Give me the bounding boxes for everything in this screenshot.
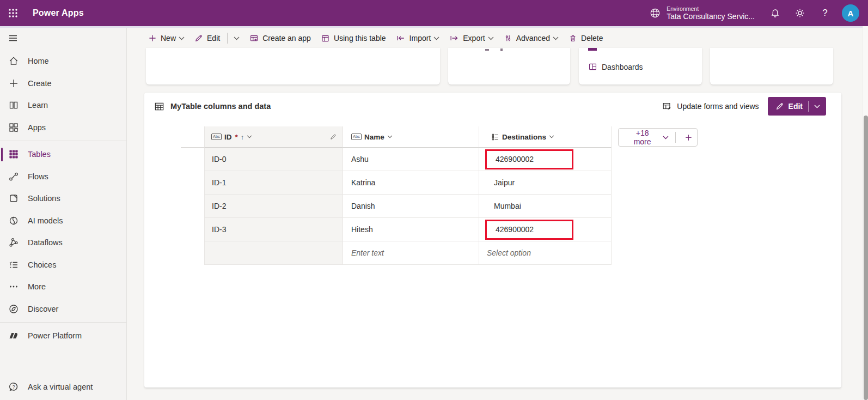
sidebar-item-more[interactable]: More: [0, 276, 126, 298]
column-label: Name: [364, 133, 384, 141]
chevron-down-icon: [433, 37, 439, 40]
globe-icon: [649, 7, 661, 19]
cell-destination[interactable]: 426900002: [479, 148, 612, 171]
sidebar-item-label: Create: [28, 79, 52, 88]
sidebar-item-choices[interactable]: Choices: [0, 254, 126, 276]
book-icon: [8, 100, 19, 111]
entry-destination-placeholder[interactable]: Select option: [479, 241, 612, 265]
sidebar-item-tables[interactable]: Tables: [0, 143, 126, 166]
dataflows-icon: [8, 237, 19, 248]
new-button[interactable]: New: [143, 30, 190, 46]
cell-id[interactable]: ID-1: [204, 171, 343, 195]
cell-name[interactable]: Ashu: [343, 148, 479, 171]
import-button[interactable]: Import: [391, 30, 445, 46]
notifications-button[interactable]: [762, 0, 787, 26]
cell-id[interactable]: ID-0: [204, 148, 343, 171]
sidebar-item-discover[interactable]: Discover: [0, 298, 126, 320]
cell-id[interactable]: ID-2: [204, 195, 343, 218]
choice-type-icon: [491, 133, 499, 141]
cell-id[interactable]: ID-3: [204, 218, 343, 241]
export-label: Export: [463, 34, 485, 43]
sidebar-item-ask-virtual-agent[interactable]: ? Ask a virtual agent: [0, 376, 126, 398]
panel-header: MyTable columns and data Update forms an…: [144, 93, 841, 120]
sidebar-item-learn[interactable]: Learn: [0, 94, 126, 117]
panel-title: MyTable columns and data: [154, 101, 271, 112]
edit-dropdown-button[interactable]: [230, 30, 244, 46]
sidebar-item-apps[interactable]: Apps: [0, 117, 126, 139]
ai-models-icon: [8, 215, 19, 226]
column-label: Destinations: [502, 133, 546, 141]
more-columns-button[interactable]: +18 more: [618, 128, 698, 147]
export-button[interactable]: Export: [444, 30, 498, 46]
table-entry-row: Enter textSelect option: [204, 241, 612, 265]
hamburger-menu-button[interactable]: [0, 26, 126, 50]
settings-button[interactable]: [787, 0, 812, 26]
using-this-table-button[interactable]: Using this table: [316, 30, 391, 46]
app-title: Power Apps: [33, 8, 84, 18]
svg-text:?: ?: [13, 384, 15, 390]
button-divider: [675, 132, 676, 143]
cell-name[interactable]: Katrina: [343, 171, 479, 195]
sidebar-item-power-platform[interactable]: Power Platform: [0, 325, 126, 347]
table-row: ID-1KatrinaJaipur: [204, 171, 612, 195]
chevron-down-icon[interactable]: [387, 135, 393, 138]
sidebar-item-label: Tables: [28, 150, 51, 159]
avatar[interactable]: A: [842, 4, 859, 22]
sidebar-item-home[interactable]: Home: [0, 50, 126, 72]
panel-edit-dropdown[interactable]: [809, 105, 825, 108]
pencil-icon: [194, 34, 203, 43]
update-forms-icon: [662, 101, 672, 111]
environment-picker[interactable]: Environment Tata Consultancy Servic...: [641, 0, 762, 26]
entry-name-placeholder[interactable]: Enter text: [343, 241, 479, 265]
help-button[interactable]: ?: [812, 0, 838, 26]
sidebar-item-ai-models[interactable]: AI models: [0, 210, 126, 232]
create-app-icon: [249, 34, 259, 43]
cell-destination[interactable]: Jaipur: [479, 171, 612, 195]
column-header-id[interactable]: Abc ID * ↑: [204, 126, 343, 148]
bell-icon: [770, 8, 780, 19]
delete-label: Delete: [581, 34, 603, 43]
sidebar-item-dataflows[interactable]: Dataflows: [0, 232, 126, 254]
panel-edit-button[interactable]: Edit: [768, 97, 826, 116]
sidebar-item-label: Discover: [28, 305, 58, 313]
sidebar-item-label: More: [28, 282, 46, 291]
cell-name[interactable]: Hitesh: [343, 218, 479, 241]
dashboards-item[interactable]: Dashboards: [588, 62, 643, 71]
cell-destination[interactable]: Mumbai: [479, 195, 612, 218]
sidebar-item-flows[interactable]: Flows: [0, 166, 126, 188]
cell-destination[interactable]: 426900002: [479, 218, 612, 241]
scrollbar-thumb[interactable]: [864, 116, 868, 400]
advanced-sliders-icon: [504, 34, 512, 43]
sidebar-item-label: Ask a virtual agent: [28, 383, 93, 391]
plus-icon: [8, 78, 19, 89]
edit-button-label: Edit: [207, 34, 220, 43]
grid-gutter-line: [181, 147, 204, 148]
dashboards-label: Dashboards: [602, 63, 643, 71]
sidebar-item-label: Choices: [28, 260, 56, 269]
sidebar-item-create[interactable]: Create: [0, 72, 126, 95]
chevron-down-icon[interactable]: [549, 135, 554, 138]
edit-button[interactable]: Edit: [190, 30, 225, 46]
cell-name[interactable]: Danish: [343, 195, 479, 218]
column-header-destinations[interactable]: Destinations: [479, 126, 612, 148]
new-button-label: New: [161, 34, 176, 43]
add-column-icon[interactable]: [684, 134, 693, 142]
update-forms-and-views-button[interactable]: Update forms and views: [662, 101, 759, 111]
vertical-scrollbar[interactable]: [863, 26, 868, 400]
chevron-down-icon[interactable]: [247, 135, 252, 138]
entry-id-cell[interactable]: [204, 241, 343, 265]
sidebar: Home Create Learn Apps Tables: [0, 26, 127, 400]
column-header-name[interactable]: Abc Name: [343, 126, 479, 148]
sidebar-item-solutions[interactable]: Solutions: [0, 187, 126, 210]
create-an-app-button[interactable]: Create an app: [244, 30, 316, 46]
waffle-menu-button[interactable]: [0, 0, 26, 26]
advanced-button[interactable]: Advanced: [499, 30, 564, 46]
sidebar-divider: [0, 141, 126, 141]
advanced-label: Advanced: [516, 34, 550, 43]
trash-icon: [569, 34, 577, 43]
delete-button[interactable]: Delete: [564, 30, 608, 46]
text-type-icon: Abc: [351, 134, 362, 140]
sidebar-divider: [0, 322, 126, 323]
chevron-down-icon: [663, 136, 669, 140]
table-row: ID-3Hitesh426900002: [204, 218, 612, 241]
